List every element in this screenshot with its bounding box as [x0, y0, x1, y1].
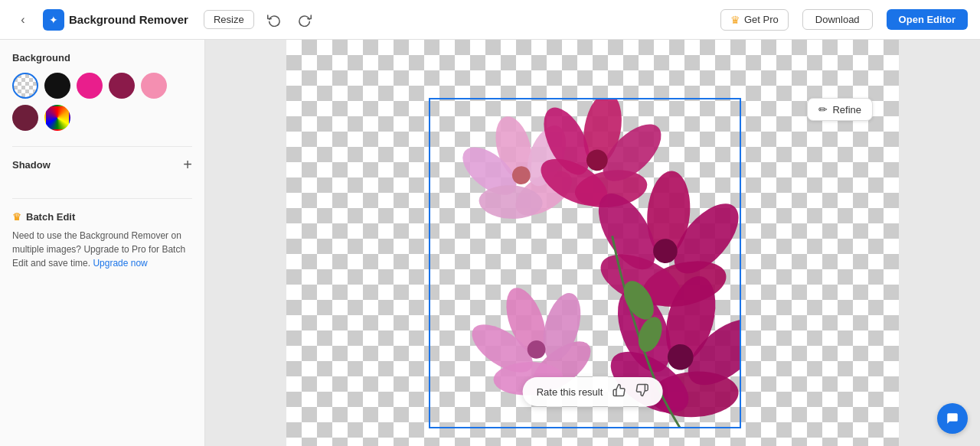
background-options [12, 73, 192, 131]
upgrade-now-link[interactable]: Upgrade now [93, 258, 147, 269]
get-pro-button[interactable]: ♛ Get Pro [720, 9, 789, 31]
undo-button[interactable] [263, 9, 285, 31]
bg-option-light-pink[interactable] [141, 73, 167, 99]
back-button[interactable]: ‹ [12, 9, 34, 31]
bg-option-multicolor[interactable] [44, 105, 70, 131]
rate-label: Rate this result [537, 386, 603, 398]
download-button[interactable]: Download [802, 9, 873, 30]
refine-button[interactable]: ✏ Refine [807, 98, 873, 121]
bg-option-transparent[interactable] [12, 73, 38, 99]
bg-option-black[interactable] [44, 73, 70, 99]
crown-icon: ♛ [730, 14, 740, 26]
chat-button[interactable] [937, 403, 968, 434]
app-logo: ✦ Background Remover [43, 9, 188, 31]
main-layout: Background Shadow + ♛ Batch Edit Need to… [0, 40, 980, 446]
logo-icon: ✦ [43, 9, 64, 31]
background-section-title: Background [12, 52, 192, 63]
resize-button[interactable]: Resize [204, 10, 254, 29]
shadow-add-button[interactable]: + [183, 156, 192, 174]
redo-button[interactable] [294, 9, 315, 31]
sidebar: Background Shadow + ♛ Batch Edit Need to… [0, 40, 205, 446]
header: ‹ ✦ Background Remover Resize ♛ Get Pro … [0, 0, 980, 40]
thumbs-up-button[interactable] [612, 383, 626, 400]
shadow-label: Shadow [12, 159, 51, 171]
batch-edit-title: ♛ Batch Edit [12, 211, 192, 223]
batch-edit-section: ♛ Batch Edit Need to use the Background … [12, 198, 192, 270]
rate-bar: Rate this result [523, 377, 663, 406]
thumbs-down-button[interactable] [635, 383, 648, 400]
batch-crown-icon: ♛ [12, 211, 21, 223]
app-title: Background Remover [69, 13, 188, 26]
batch-edit-description: Need to use the Background Remover on mu… [12, 229, 192, 270]
bg-option-dark-red[interactable] [109, 73, 135, 99]
refine-icon: ✏ [818, 103, 828, 116]
bg-option-maroon[interactable] [12, 105, 38, 131]
open-editor-button[interactable]: Open Editor [887, 9, 968, 30]
shadow-row: Shadow + [12, 146, 192, 183]
bg-option-pink[interactable] [77, 73, 103, 99]
canvas-area: ✏ Refine Rate this result [205, 40, 980, 446]
